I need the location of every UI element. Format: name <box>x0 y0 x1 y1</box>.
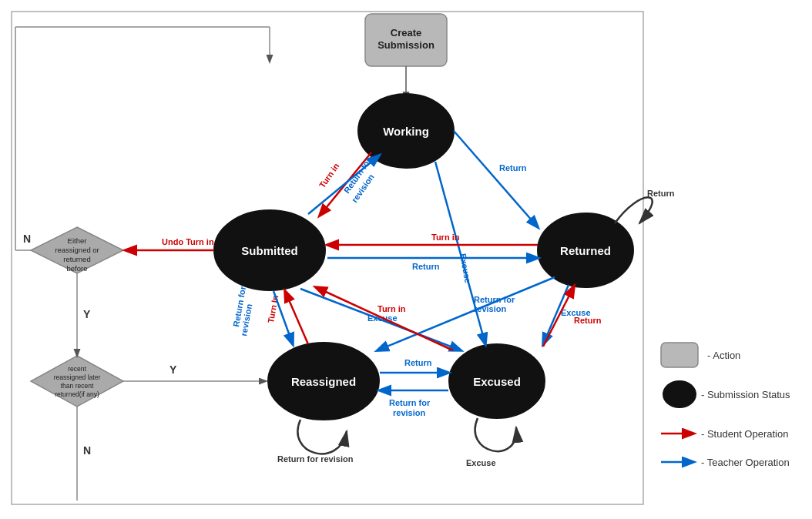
y-label-2: Y <box>169 363 177 376</box>
arrow-reassigned-to-submitted <box>285 291 308 344</box>
return-for-revision-label-3b: revision <box>474 304 506 313</box>
excuse-self-label: Excuse <box>466 458 496 467</box>
returned-self-loop <box>615 197 653 223</box>
svg-text:before: before <box>67 264 88 273</box>
n-label-2: N <box>83 444 91 457</box>
legend-status-circle <box>663 380 696 408</box>
return-for-revision-self-label: Return for revision <box>277 454 354 464</box>
return-label-2: Return <box>412 262 440 271</box>
return-for-revision-label-5: Return for <box>389 398 431 407</box>
svg-text:returned(if any): returned(if any) <box>55 390 99 398</box>
create-submission-label: Create <box>391 27 421 39</box>
diamond-recent <box>31 356 123 407</box>
svg-text:Either: Either <box>68 236 87 245</box>
svg-text:recent: recent <box>68 365 86 373</box>
create-submission-label2: Submission <box>377 39 435 51</box>
legend-action-box <box>661 343 698 367</box>
legend-action-label: - Action <box>707 350 740 361</box>
turn-in-label-4: Turn in <box>377 304 406 313</box>
return-label-4: Return <box>574 316 602 325</box>
turn-in-label-1: Turn in <box>317 161 341 189</box>
excused-label: Excused <box>473 375 521 388</box>
excused-self-loop <box>475 418 517 451</box>
y-label-1: Y <box>83 308 91 320</box>
legend-student-label: - Student Operation <box>701 428 788 440</box>
arrow-excused-to-submitted <box>316 287 453 350</box>
n-label-1: N <box>23 233 31 245</box>
svg-text:reassigned or: reassigned or <box>55 246 99 254</box>
arrow-submitted-to-reassigned <box>273 291 293 344</box>
return-for-revision-label-3: Return for <box>474 295 515 304</box>
svg-text:reassigned later: reassigned later <box>54 373 101 381</box>
reassigned-self-loop <box>297 420 347 454</box>
legend-status-label: - Submission Status <box>701 389 790 400</box>
legend-teacher-label: - Teacher Operation <box>701 457 790 468</box>
turn-in-label-2: Turn in <box>431 233 460 242</box>
reassigned-label: Reassigned <box>291 375 356 388</box>
return-for-revision-label-5b: revision <box>393 408 425 417</box>
svg-text:than recent: than recent <box>61 382 94 390</box>
submitted-label: Submitted <box>241 244 297 257</box>
svg-text:returned: returned <box>63 255 90 263</box>
return-label-3: Return <box>404 358 432 367</box>
arrow-returned-to-reassigned <box>377 277 555 350</box>
returned-label: Returned <box>560 244 611 257</box>
return-label-1: Return <box>499 163 527 172</box>
arrow-working-to-returned <box>454 131 538 227</box>
turn-in-label-3: Turn In <box>266 294 280 323</box>
working-label: Working <box>383 125 429 138</box>
return-self-label: Return <box>647 189 675 198</box>
undo-turnin-label: Undo Turn in <box>162 237 214 246</box>
